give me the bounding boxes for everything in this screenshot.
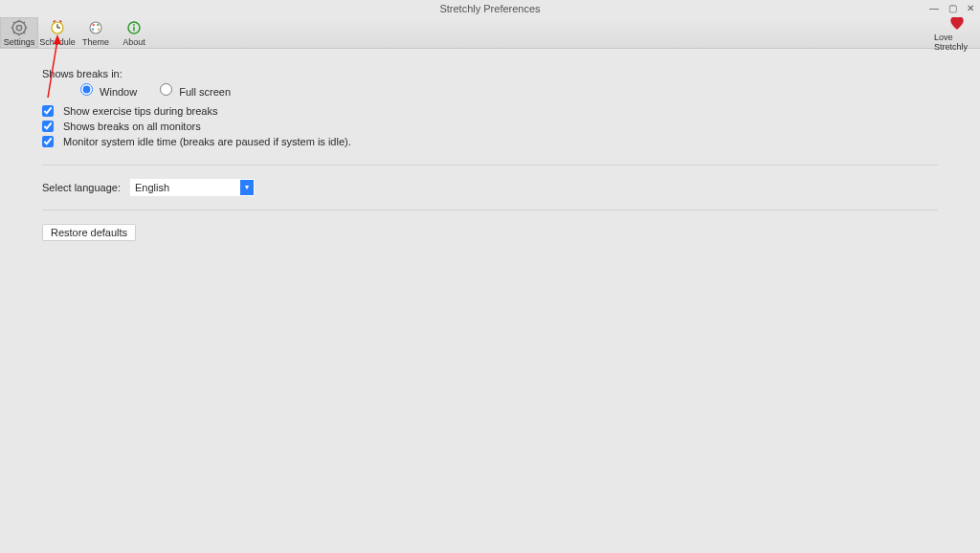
checkbox-all-monitors[interactable] <box>42 121 54 132</box>
breaks-heading: Shows breaks in: <box>42 68 938 79</box>
tab-settings-label: Settings <box>4 37 35 47</box>
language-section: Select language: English ▾ <box>42 179 938 210</box>
language-label: Select language: <box>42 182 121 193</box>
svg-point-14 <box>93 23 95 25</box>
settings-panel: Shows breaks in: Window Full screen Show… <box>0 49 980 241</box>
svg-line-7 <box>24 32 26 33</box>
svg-point-17 <box>98 28 100 30</box>
language-select[interactable]: English ▾ <box>130 179 255 196</box>
tab-settings[interactable]: Settings <box>0 17 38 48</box>
radio-window-input[interactable] <box>80 83 93 96</box>
radio-window-label: Window <box>100 86 137 98</box>
svg-point-13 <box>90 22 101 33</box>
tab-about[interactable]: About <box>115 17 153 48</box>
checkbox-exercise-tips[interactable] <box>42 105 54 117</box>
maximize-button[interactable]: ▢ <box>948 0 957 17</box>
close-button[interactable]: ✕ <box>967 0 974 17</box>
radio-window[interactable]: Window <box>80 83 137 98</box>
svg-line-8 <box>13 32 15 33</box>
tab-schedule-label: Schedule <box>39 37 76 47</box>
minimize-button[interactable]: — <box>929 0 939 17</box>
checkbox-all-monitors-label: Shows breaks on all monitors <box>63 121 201 132</box>
restore-defaults-button[interactable]: Restore defaults <box>42 224 136 241</box>
svg-point-1 <box>16 25 21 30</box>
chevron-down-icon: ▾ <box>240 180 254 195</box>
gear-icon <box>11 19 28 36</box>
clock-icon <box>49 19 66 36</box>
actions-section: Restore defaults <box>42 224 938 241</box>
tab-love-stretchly[interactable]: Love Stretchly <box>934 17 980 48</box>
svg-point-16 <box>92 28 94 30</box>
language-select-value: English <box>135 182 169 193</box>
radio-fullscreen[interactable]: Full screen <box>160 83 231 98</box>
checkbox-idle-time[interactable] <box>42 136 54 147</box>
info-icon <box>125 19 143 36</box>
title-bar: Stretchly Preferences — ▢ ✕ <box>0 0 980 17</box>
svg-point-19 <box>133 24 135 26</box>
breaks-section: Shows breaks in: Window Full screen Show… <box>42 68 938 166</box>
svg-rect-20 <box>133 26 135 31</box>
palette-icon <box>87 19 104 36</box>
window-title: Stretchly Preferences <box>439 3 540 14</box>
tab-theme[interactable]: Theme <box>77 17 115 48</box>
checkbox-idle-time-label: Monitor system idle time (breaks are pau… <box>63 136 351 147</box>
tab-schedule[interactable]: Schedule <box>38 17 77 48</box>
breaks-display-radiogroup: Window Full screen <box>80 83 938 98</box>
svg-line-6 <box>13 22 15 24</box>
radio-fullscreen-input[interactable] <box>160 83 172 96</box>
toolbar: Settings Schedule Theme About Love Stret… <box>0 17 980 49</box>
tab-theme-label: Theme <box>82 37 109 47</box>
tab-love-label: Love Stretchly <box>934 33 980 52</box>
svg-point-15 <box>97 23 99 25</box>
checkbox-exercise-tips-label: Show exercise tips during breaks <box>63 105 217 117</box>
svg-line-9 <box>24 22 26 24</box>
radio-fullscreen-label: Full screen <box>179 86 231 98</box>
tab-about-label: About <box>122 37 145 47</box>
